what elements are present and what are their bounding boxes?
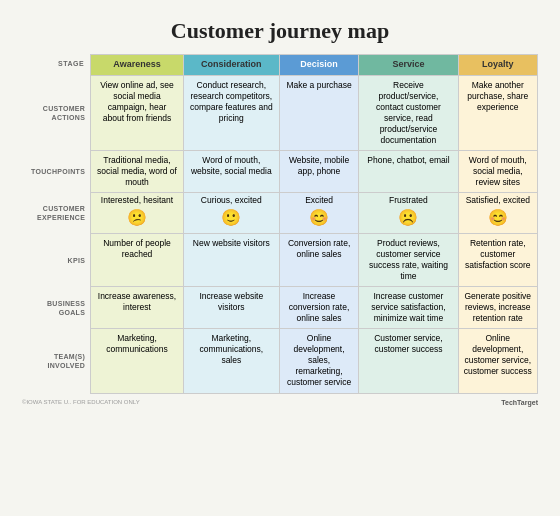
table-row-customer-actions: CUSTOMER ACTIONS View online ad, see soc…: [22, 75, 538, 150]
experience-awareness-text: Interested, hesitant: [96, 195, 178, 206]
cell-teams-consideration: Marketing, communications, sales: [183, 329, 279, 393]
cell-goals-consideration: Increase website visitors: [183, 287, 279, 329]
cell-goals-awareness: Increase awareness, interest: [91, 287, 184, 329]
emoji-decision: 😊: [285, 208, 354, 229]
header-loyalty: Loyalty: [458, 55, 537, 76]
row-label-customer-experience: CUSTOMER EXPERIENCE: [22, 193, 91, 234]
page-title: Customer journey map: [22, 18, 538, 44]
cell-touchpoints-service: Phone, chatbot, email: [359, 150, 458, 192]
cell-touchpoints-consideration: Word of mouth, website, social media: [183, 150, 279, 192]
header-consideration: Consideration: [183, 55, 279, 76]
table-row-teams: TEAM(S) INVOLVED Marketing, communicatio…: [22, 329, 538, 393]
cell-goals-service: Increase customer service satisfaction, …: [359, 287, 458, 329]
cell-teams-decision: Online development, sales, remarketing, …: [279, 329, 359, 393]
cell-customer-actions-decision: Make a purchase: [279, 75, 359, 150]
cell-goals-loyalty: Generate positive reviews, increase rete…: [458, 287, 537, 329]
cell-goals-decision: Increase conversion rate, online sales: [279, 287, 359, 329]
header-service: Service: [359, 55, 458, 76]
cell-kpis-awareness: Number of people reached: [91, 233, 184, 286]
journey-map-table: STAGE Awareness Consideration Decision S…: [22, 54, 538, 394]
table-row-business-goals: BUSINESS GOALS Increase awareness, inter…: [22, 287, 538, 329]
stage-label: STAGE: [22, 55, 91, 76]
cell-customer-actions-awareness: View online ad, see social media campaig…: [91, 75, 184, 150]
cell-experience-decision: Excited 😊: [279, 193, 359, 234]
row-label-kpis: KPIS: [22, 233, 91, 286]
emoji-awareness: 😕: [96, 208, 178, 229]
emoji-loyalty: 😊: [464, 208, 532, 229]
cell-teams-awareness: Marketing, communications: [91, 329, 184, 393]
experience-loyalty-text: Satisfied, excited: [464, 195, 532, 206]
header-decision: Decision: [279, 55, 359, 76]
emoji-consideration: 🙂: [189, 208, 274, 229]
row-label-business-goals: BUSINESS GOALS: [22, 287, 91, 329]
row-label-customer-actions: CUSTOMER ACTIONS: [22, 75, 91, 150]
experience-consideration-text: Curious, excited: [189, 195, 274, 206]
experience-service-text: Frustrated: [364, 195, 452, 206]
emoji-service: ☹️: [364, 208, 452, 229]
cell-customer-actions-consideration: Conduct research, research competitors, …: [183, 75, 279, 150]
cell-experience-consideration: Curious, excited 🙂: [183, 193, 279, 234]
page-wrapper: Customer journey map STAGE Awareness Con…: [10, 10, 550, 414]
table-row-customer-experience: CUSTOMER EXPERIENCE Interested, hesitant…: [22, 193, 538, 234]
cell-touchpoints-loyalty: Word of mouth, social media, review site…: [458, 150, 537, 192]
footer: ©IOWA STATE U.. FOR EDUCATION ONLY TechT…: [22, 399, 538, 406]
table-row-touchpoints: TOUCHPOINTS Traditional media, social me…: [22, 150, 538, 192]
cell-experience-awareness: Interested, hesitant 😕: [91, 193, 184, 234]
cell-teams-service: Customer service, customer success: [359, 329, 458, 393]
header-awareness: Awareness: [91, 55, 184, 76]
table-row-kpis: KPIS Number of people reached New websit…: [22, 233, 538, 286]
cell-kpis-service: Product reviews, customer service succes…: [359, 233, 458, 286]
cell-experience-loyalty: Satisfied, excited 😊: [458, 193, 537, 234]
cell-experience-service: Frustrated ☹️: [359, 193, 458, 234]
cell-kpis-consideration: New website visitors: [183, 233, 279, 286]
cell-teams-loyalty: Online development, customer service, cu…: [458, 329, 537, 393]
footer-logo: TechTarget: [501, 399, 538, 406]
experience-decision-text: Excited: [285, 195, 354, 206]
cell-customer-actions-service: Receive product/service, contact custome…: [359, 75, 458, 150]
cell-customer-actions-loyalty: Make another purchase, share experience: [458, 75, 537, 150]
row-label-touchpoints: TOUCHPOINTS: [22, 150, 91, 192]
cell-kpis-decision: Conversion rate, online sales: [279, 233, 359, 286]
row-label-teams: TEAM(S) INVOLVED: [22, 329, 91, 393]
footer-left: ©IOWA STATE U.. FOR EDUCATION ONLY: [22, 399, 140, 406]
cell-touchpoints-decision: Website, mobile app, phone: [279, 150, 359, 192]
cell-kpis-loyalty: Retention rate, customer satisfaction sc…: [458, 233, 537, 286]
cell-touchpoints-awareness: Traditional media, social media, word of…: [91, 150, 184, 192]
